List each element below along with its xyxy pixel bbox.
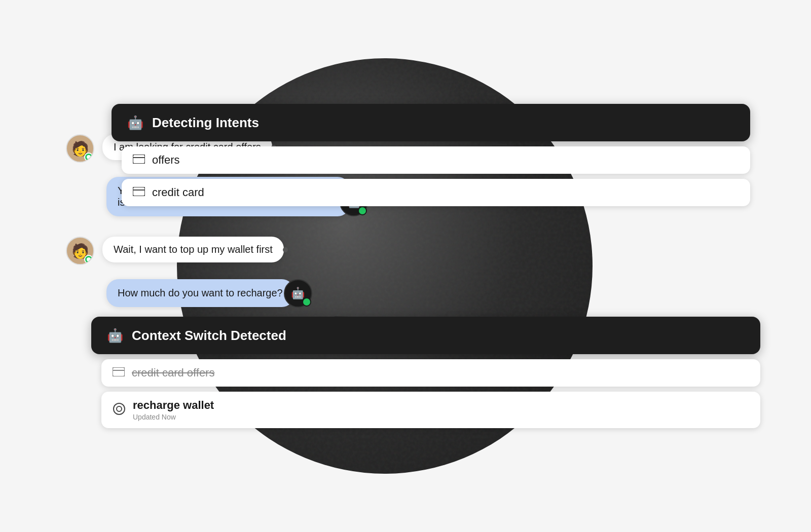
bubble-connector-dot-2	[283, 247, 288, 252]
context-switch-panel: 🤖 Context Switch Detected credit card of…	[91, 317, 760, 428]
chip-icon-old	[113, 367, 125, 379]
detecting-intents-title: Detecting Intents	[152, 115, 259, 131]
intent-chips-container: offers credit card	[122, 146, 750, 206]
svg-rect-2	[133, 187, 145, 196]
chip-label-recharge: recharge wallet	[133, 399, 214, 412]
svg-rect-4	[113, 367, 125, 376]
context-switch-title: Context Switch Detected	[132, 328, 286, 344]
chip-label-old: credit card offers	[132, 366, 214, 379]
context-chip-credit-card-offers: credit card offers	[101, 359, 760, 387]
svg-rect-0	[133, 155, 145, 164]
chip-icon-offers	[133, 155, 145, 166]
avatar-user-1: 🧑	[66, 134, 94, 163]
detecting-intents-header: 🤖 Detecting Intents	[112, 104, 750, 141]
context-chip-recharge-wallet: recharge wallet Updated Now	[101, 392, 760, 428]
chip-icon-recharge	[113, 402, 126, 418]
recharge-chip-content: recharge wallet Updated Now	[133, 399, 214, 421]
chip-icon-credit-card	[133, 187, 145, 199]
bot-message-2: How much do you want to recharge? 🤖	[106, 279, 431, 308]
svg-point-6	[114, 403, 125, 414]
user-message-2: 🧑 Wait, I want to top up my wallet first	[66, 237, 431, 265]
context-chips-container: credit card offers recharge wallet Updat…	[101, 359, 760, 428]
online-badge-1	[84, 153, 93, 162]
bot-online-badge-1	[358, 206, 367, 215]
bot-online-badge-2	[302, 297, 311, 307]
chip-label-offers: offers	[152, 154, 180, 167]
context-switch-header: 🤖 Context Switch Detected	[91, 317, 760, 354]
user-bubble-2: Wait, I want to top up my wallet first	[102, 237, 284, 262]
bot-message-text-2: How much do you want to recharge?	[118, 287, 283, 298]
intent-chip-offers: offers	[122, 146, 750, 174]
bot-icon-detecting: 🤖	[126, 113, 145, 132]
svg-point-7	[117, 406, 122, 411]
chip-subtitle-recharge: Updated Now	[133, 413, 214, 421]
user-message-text-2: Wait, I want to top up my wallet first	[114, 244, 273, 255]
detecting-intents-panel: 🤖 Detecting Intents offers	[112, 104, 750, 206]
scene: 🧑 I am looking for credit card offers Yo…	[51, 18, 760, 514]
chip-label-credit-card: credit card	[152, 186, 204, 199]
online-badge-2	[84, 255, 93, 264]
bot-avatar-2: 🤖	[284, 279, 312, 308]
bot-icon-context: 🤖	[105, 326, 125, 345]
intent-chip-credit-card: credit card	[122, 179, 750, 206]
bot-bubble-2: How much do you want to recharge?	[106, 279, 294, 307]
bot-face-icon-2: 🤖	[291, 287, 305, 300]
avatar-user-2: 🧑	[66, 237, 94, 265]
